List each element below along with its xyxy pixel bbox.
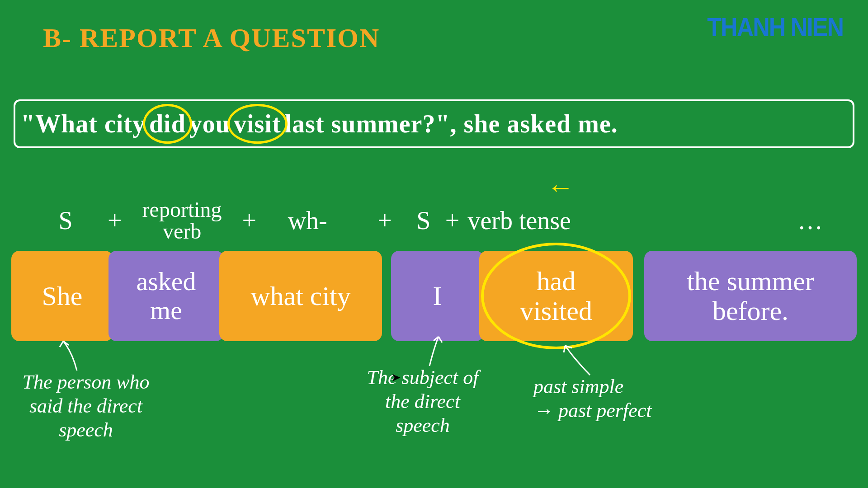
annotation-speaker: The person who said the direct speech [9, 371, 163, 442]
block-subject-i: I [391, 251, 484, 341]
reporting-line2: verb [130, 221, 234, 242]
sentence-part-2: you [189, 109, 230, 138]
connector-arrow-1 [54, 339, 90, 375]
block-reporting-verb: asked me [108, 251, 224, 341]
formula-structure: S + reporting verb + wh- + S + verb tens… [32, 199, 850, 242]
summer-line2: before. [712, 296, 788, 326]
cursor-icon: ➤ [391, 371, 401, 385]
formula-ellipsis: … [797, 206, 850, 235]
connector-arrow-3 [558, 343, 604, 380]
formula-s: S [32, 206, 99, 235]
reported-sentence-blocks: She asked me what city I had visited the… [11, 251, 863, 341]
formula-verb-tense: verb tense [467, 206, 630, 235]
annotation-subject: The subject of the direct speech [357, 366, 488, 437]
plus-icon: + [234, 206, 265, 235]
formula-wh: wh- [264, 206, 350, 235]
circled-word-did: did [146, 109, 189, 138]
slide-title: B- REPORT A QUESTION [43, 23, 380, 54]
tense-line2: → past perfect [533, 399, 652, 422]
summer-line1: the summer [687, 266, 814, 296]
arrow-left-icon: ← [547, 172, 574, 203]
plus-icon: + [350, 206, 410, 235]
tense-line1: past simple [533, 375, 623, 398]
reporting-line1: reporting [130, 199, 234, 221]
plus-icon: + [99, 206, 130, 235]
had-line1: had [537, 266, 576, 296]
block-wh-word: what city [219, 251, 382, 341]
block-verb-tense: had visited [479, 251, 633, 341]
circled-word-visit: visit [230, 109, 285, 138]
had-line2: visited [520, 296, 592, 326]
block-time-phrase: the summer before. [644, 251, 857, 341]
formula-reporting-verb: reporting verb [130, 199, 234, 242]
example-sentence-box: "What city did you visit last summer?", … [14, 99, 854, 148]
connector-arrow-2 [420, 334, 452, 371]
block-subject-she: She [11, 251, 113, 341]
sentence-part-3: last summer?", she asked me. [285, 109, 618, 138]
sentence-part-1: "What city [21, 109, 146, 138]
annotation-tense: past simple → past perfect [533, 375, 696, 423]
plus-icon: + [437, 206, 468, 235]
formula-s2: S [410, 206, 437, 235]
asked-line1: asked [136, 267, 196, 296]
asked-line2: me [150, 296, 182, 325]
brand-logo: THANH NIEN [707, 12, 843, 42]
